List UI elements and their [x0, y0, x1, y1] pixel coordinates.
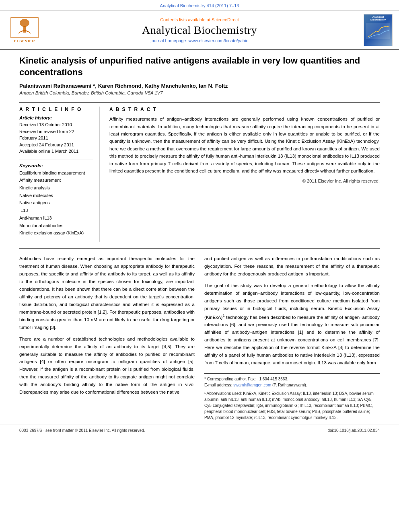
science-direct-text: Contents lists available at ScienceDirec…: [43, 17, 356, 22]
body-separator: [19, 248, 380, 249]
accepted-date: Accepted 24 February 2011: [19, 142, 93, 148]
journal-title: Analytical Biochemistry: [43, 24, 356, 37]
footnote-star: * Corresponding author. Fax: +1 604 415 …: [204, 376, 380, 382]
divider: [19, 160, 93, 160]
keywords-label: Keywords:: [19, 163, 93, 168]
history-label: Article history:: [19, 115, 93, 120]
article-title: Kinetic analysis of unpurified native an…: [19, 55, 380, 78]
journal-homepage: journal homepage: www.elsevier.com/locat…: [43, 38, 356, 43]
body-paragraph-1: Antibodies have recently emerged as impo…: [19, 255, 195, 331]
article-info-column: A R T I C L E I N F O Article history: R…: [19, 107, 100, 242]
keyword-item: Equilibrium binding measurement: [19, 169, 93, 177]
keywords-list: Equilibrium binding measurement Affinity…: [19, 169, 93, 237]
keyword-item: Monoclonal antibodies: [19, 222, 93, 230]
keyword-item: Affinity measurement: [19, 177, 93, 184]
authors: Palaniswami Rathanaswami *, Karen Richmo…: [19, 83, 380, 89]
svg-point-2: [20, 19, 29, 27]
article-info-label: A R T I C L E I N F O: [19, 107, 93, 112]
journal-header-center: Contents lists available at ScienceDirec…: [43, 17, 356, 43]
keyword-item: Native antigens: [19, 199, 93, 207]
footnote-email: E-mail address: swamir@amgen.com (P. Rat…: [204, 382, 380, 388]
journal-cover-thumbnail: AnalyticalBiochemistry: [364, 14, 393, 46]
body-paragraph-4: The goal of this study was to develop a …: [204, 282, 380, 367]
footnote-area: * Corresponding author. Fax: +1 604 415 …: [204, 373, 380, 421]
right-logo-area: AnalyticalBiochemistry: [356, 14, 393, 46]
article-history-block: Article history: Received 13 October 201…: [19, 115, 93, 155]
top-bar: Analytical Biochemistry 414 (2011) 7–13: [0, 0, 399, 11]
keyword-item: IL13: [19, 207, 93, 214]
keyword-item: Native molecules: [19, 192, 93, 199]
doi-notice: doi:10.1016/j.ab.2011.02.034: [327, 428, 380, 433]
journal-reference: Analytical Biochemistry 414 (2011) 7–13: [160, 3, 239, 8]
elsevier-logo-area: ELSEVIER: [6, 17, 43, 43]
issn-notice: 0003-2697/$ - see front matter © 2011 El…: [19, 428, 145, 433]
keyword-item: Anti-human IL13: [19, 214, 93, 222]
body-column-left: Antibodies have recently emerged as impo…: [19, 255, 195, 421]
content-area: Kinetic analysis of unpurified native an…: [0, 50, 399, 425]
article-info-abstract-section: A R T I C L E I N F O Article history: R…: [19, 102, 380, 242]
abstract-column: A B S T R A C T Affinity measurements of…: [109, 107, 380, 242]
bottom-bar: 0003-2697/$ - see front matter © 2011 El…: [0, 425, 399, 434]
journal-header: ELSEVIER Contents lists available at Sci…: [0, 11, 399, 50]
elsevier-text: ELSEVIER: [14, 39, 35, 43]
available-date: Available online 1 March 2011: [19, 148, 93, 155]
body-column-right: and purified antigen as well as differen…: [204, 255, 380, 421]
body-paragraph-3: and purified antigen as well as differen…: [204, 255, 380, 278]
abstract-label: A B S T R A C T: [109, 107, 380, 112]
body-paragraph-2: There are a number of established techno…: [19, 335, 195, 396]
cover-journal-title: AnalyticalBiochemistry: [370, 14, 387, 22]
footnote-1: ¹ Abbreviations used: KinExA, Kinetic Ex…: [204, 390, 380, 421]
received-date: Received 13 October 2010: [19, 121, 93, 128]
keyword-item: Kinetic analysis: [19, 184, 93, 192]
cover-graph: [366, 23, 390, 39]
revised-date: Received in revised form 22 February 201…: [19, 128, 93, 142]
svg-rect-3: [23, 26, 26, 33]
copyright-notice: © 2011 Elsevier Inc. All rights reserved…: [109, 179, 380, 183]
elsevier-tree-icon: [10, 17, 39, 38]
keywords-block: Keywords: Equilibrium binding measuremen…: [19, 163, 93, 237]
abstract-text: Affinity measurements of antigen–antibod…: [109, 115, 380, 175]
body-text-section: Antibodies have recently emerged as impo…: [19, 255, 380, 421]
affiliation: Amgen British Columbia, Burnaby, British…: [19, 90, 380, 95]
keyword-item: Kinetic exclusion assay (KinExA): [19, 229, 93, 237]
